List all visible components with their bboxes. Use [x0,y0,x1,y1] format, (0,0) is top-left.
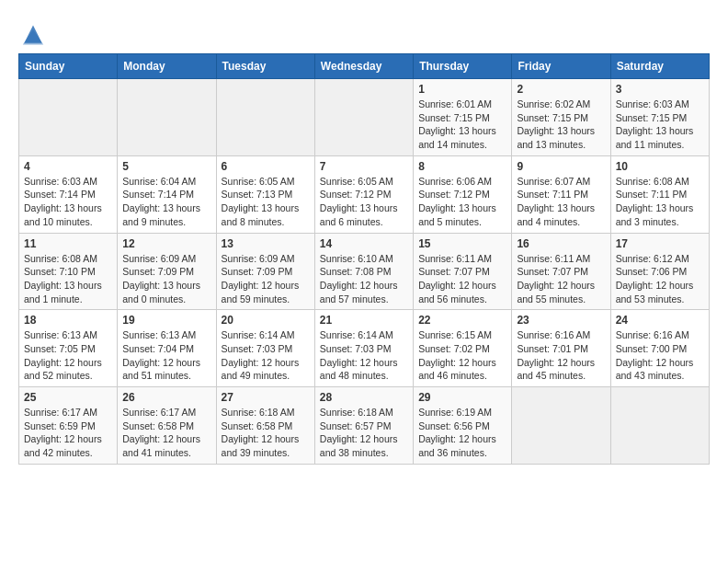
day-info: Sunrise: 6:16 AM Sunset: 7:00 PM Dayligh… [616,328,704,383]
day-info: Sunrise: 6:19 AM Sunset: 6:56 PM Dayligh… [418,406,506,460]
calendar-cell: 18Sunrise: 6:13 AM Sunset: 7:05 PM Dayli… [19,310,118,387]
calendar-cell [118,79,216,156]
day-number: 3 [616,83,704,96]
calendar-week-row: 18Sunrise: 6:13 AM Sunset: 7:05 PM Dayli… [19,310,710,387]
calendar-cell: 1Sunrise: 6:01 AM Sunset: 7:15 PM Daylig… [414,79,512,156]
calendar-cell: 28Sunrise: 6:18 AM Sunset: 6:57 PM Dayli… [314,387,413,465]
calendar-week-row: 4Sunrise: 6:03 AM Sunset: 7:14 PM Daylig… [19,155,710,233]
day-info: Sunrise: 6:16 AM Sunset: 7:01 PM Dayligh… [517,328,605,383]
calendar-cell: 26Sunrise: 6:17 AM Sunset: 6:58 PM Dayli… [118,387,216,465]
day-number: 18 [24,314,112,327]
day-number: 5 [122,160,210,173]
day-info: Sunrise: 6:14 AM Sunset: 7:03 PM Dayligh… [320,328,408,383]
day-info: Sunrise: 6:05 AM Sunset: 7:12 PM Dayligh… [320,175,408,229]
calendar-cell: 29Sunrise: 6:19 AM Sunset: 6:56 PM Dayli… [414,387,512,465]
day-info: Sunrise: 6:04 AM Sunset: 7:14 PM Dayligh… [122,175,210,229]
calendar-week-row: 11Sunrise: 6:08 AM Sunset: 7:10 PM Dayli… [19,233,710,310]
calendar-cell [610,387,709,465]
day-info: Sunrise: 6:11 AM Sunset: 7:07 PM Dayligh… [418,252,506,306]
day-info: Sunrise: 6:18 AM Sunset: 6:58 PM Dayligh… [222,406,310,460]
calendar-cell: 23Sunrise: 6:16 AM Sunset: 7:01 PM Dayli… [512,310,610,387]
day-info: Sunrise: 6:09 AM Sunset: 7:09 PM Dayligh… [122,252,210,306]
header [18,18,710,48]
calendar-cell: 8Sunrise: 6:06 AM Sunset: 7:12 PM Daylig… [414,155,512,233]
calendar-cell: 6Sunrise: 6:05 AM Sunset: 7:13 PM Daylig… [216,155,314,233]
calendar-cell: 12Sunrise: 6:09 AM Sunset: 7:09 PM Dayli… [118,233,216,310]
calendar-cell: 17Sunrise: 6:12 AM Sunset: 7:06 PM Dayli… [610,233,709,310]
day-info: Sunrise: 6:14 AM Sunset: 7:03 PM Dayligh… [222,328,310,383]
calendar-cell: 16Sunrise: 6:11 AM Sunset: 7:07 PM Dayli… [512,233,610,310]
calendar-cell: 24Sunrise: 6:16 AM Sunset: 7:00 PM Dayli… [610,310,709,387]
calendar-cell [512,387,610,465]
day-number: 10 [616,160,704,173]
calendar-cell: 11Sunrise: 6:08 AM Sunset: 7:10 PM Dayli… [19,233,118,310]
day-info: Sunrise: 6:13 AM Sunset: 7:04 PM Dayligh… [122,328,210,383]
day-number: 1 [418,83,506,96]
day-number: 4 [24,160,112,173]
day-number: 16 [517,237,605,250]
svg-marker-1 [23,29,43,44]
column-header-wednesday: Wednesday [314,54,413,79]
day-info: Sunrise: 6:11 AM Sunset: 7:07 PM Dayligh… [517,252,605,306]
logo [18,22,51,48]
calendar-cell: 15Sunrise: 6:11 AM Sunset: 7:07 PM Dayli… [414,233,512,310]
day-number: 14 [320,237,408,250]
day-number: 12 [122,237,210,250]
day-info: Sunrise: 6:15 AM Sunset: 7:02 PM Dayligh… [418,328,506,383]
day-info: Sunrise: 6:02 AM Sunset: 7:15 PM Dayligh… [517,98,605,152]
day-number: 17 [616,237,704,250]
day-number: 27 [222,391,310,404]
day-number: 13 [222,237,310,250]
column-header-monday: Monday [118,54,216,79]
calendar-cell [314,79,413,156]
calendar-cell: 3Sunrise: 6:03 AM Sunset: 7:15 PM Daylig… [610,79,709,156]
day-info: Sunrise: 6:03 AM Sunset: 7:14 PM Dayligh… [24,175,112,229]
calendar-cell [216,79,314,156]
column-header-thursday: Thursday [414,54,512,79]
day-info: Sunrise: 6:18 AM Sunset: 6:57 PM Dayligh… [320,406,408,460]
day-info: Sunrise: 6:03 AM Sunset: 7:15 PM Dayligh… [616,98,704,152]
day-info: Sunrise: 6:10 AM Sunset: 7:08 PM Dayligh… [320,252,408,306]
day-number: 26 [122,391,210,404]
day-info: Sunrise: 6:08 AM Sunset: 7:10 PM Dayligh… [24,252,112,306]
day-number: 6 [222,160,310,173]
calendar-cell: 5Sunrise: 6:04 AM Sunset: 7:14 PM Daylig… [118,155,216,233]
calendar-week-row: 25Sunrise: 6:17 AM Sunset: 6:59 PM Dayli… [19,387,710,465]
calendar-cell: 10Sunrise: 6:08 AM Sunset: 7:11 PM Dayli… [610,155,709,233]
day-info: Sunrise: 6:09 AM Sunset: 7:09 PM Dayligh… [222,252,310,306]
calendar-cell: 4Sunrise: 6:03 AM Sunset: 7:14 PM Daylig… [19,155,118,233]
day-number: 29 [418,391,506,404]
day-info: Sunrise: 6:08 AM Sunset: 7:11 PM Dayligh… [616,175,704,229]
day-info: Sunrise: 6:12 AM Sunset: 7:06 PM Dayligh… [616,252,704,306]
day-number: 22 [418,314,506,327]
calendar-cell: 19Sunrise: 6:13 AM Sunset: 7:04 PM Dayli… [118,310,216,387]
day-number: 8 [418,160,506,173]
calendar-table: SundayMondayTuesdayWednesdayThursdayFrid… [18,53,710,465]
calendar-cell: 7Sunrise: 6:05 AM Sunset: 7:12 PM Daylig… [314,155,413,233]
calendar-cell: 13Sunrise: 6:09 AM Sunset: 7:09 PM Dayli… [216,233,314,310]
day-number: 24 [616,314,704,327]
day-number: 23 [517,314,605,327]
column-header-saturday: Saturday [610,54,709,79]
column-header-tuesday: Tuesday [216,54,314,79]
logo-icon [18,22,48,48]
day-info: Sunrise: 6:13 AM Sunset: 7:05 PM Dayligh… [24,328,112,383]
day-number: 9 [517,160,605,173]
day-number: 19 [122,314,210,327]
day-info: Sunrise: 6:06 AM Sunset: 7:12 PM Dayligh… [418,175,506,229]
calendar-cell: 22Sunrise: 6:15 AM Sunset: 7:02 PM Dayli… [414,310,512,387]
day-number: 2 [517,83,605,96]
day-number: 28 [320,391,408,404]
calendar-cell: 2Sunrise: 6:02 AM Sunset: 7:15 PM Daylig… [512,79,610,156]
calendar-cell: 27Sunrise: 6:18 AM Sunset: 6:58 PM Dayli… [216,387,314,465]
calendar-cell: 14Sunrise: 6:10 AM Sunset: 7:08 PM Dayli… [314,233,413,310]
calendar-cell: 21Sunrise: 6:14 AM Sunset: 7:03 PM Dayli… [314,310,413,387]
day-info: Sunrise: 6:17 AM Sunset: 6:59 PM Dayligh… [24,406,112,460]
day-number: 7 [320,160,408,173]
calendar-week-row: 1Sunrise: 6:01 AM Sunset: 7:15 PM Daylig… [19,79,710,156]
day-number: 25 [24,391,112,404]
calendar-cell: 9Sunrise: 6:07 AM Sunset: 7:11 PM Daylig… [512,155,610,233]
calendar-cell: 25Sunrise: 6:17 AM Sunset: 6:59 PM Dayli… [19,387,118,465]
calendar-cell: 20Sunrise: 6:14 AM Sunset: 7:03 PM Dayli… [216,310,314,387]
day-info: Sunrise: 6:05 AM Sunset: 7:13 PM Dayligh… [222,175,310,229]
